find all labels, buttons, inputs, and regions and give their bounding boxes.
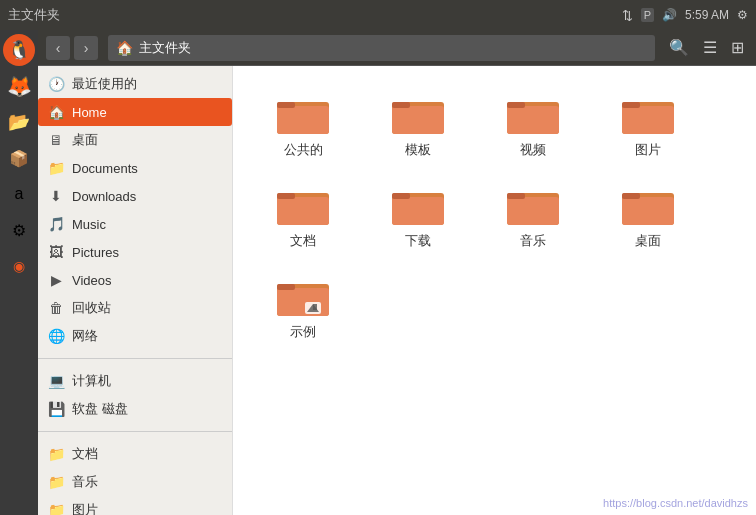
folder-label-shili: 示例: [290, 323, 316, 341]
folder-icon-wenjian: [277, 185, 329, 227]
forward-button[interactable]: ›: [74, 36, 98, 60]
svg-rect-5: [392, 102, 410, 108]
folder-wenjian[interactable]: 文档: [253, 177, 353, 258]
sidebar-item-floppy[interactable]: 💾 软盘 磁盘: [38, 395, 232, 423]
folder-icon-shipin: [507, 94, 559, 136]
svg-rect-25: [277, 288, 329, 316]
sidebar-label-network: 网络: [72, 327, 98, 345]
floppy-icon: 💾: [48, 401, 64, 417]
folder-tupian[interactable]: 图片: [598, 86, 698, 167]
back-button[interactable]: ‹: [46, 36, 70, 60]
sort-icon[interactable]: ⇅: [622, 8, 633, 23]
list-view-button[interactable]: ☰: [699, 36, 721, 59]
dock-settings[interactable]: ⚙: [3, 214, 35, 246]
sidebar-label-yinyue: 音乐: [72, 473, 98, 491]
sidebar-label-downloads: Downloads: [72, 189, 136, 204]
topbar-right: ⇅ P 🔊 5:59 AM ⚙: [622, 8, 748, 23]
folder-gongkaide[interactable]: 公共的: [253, 86, 353, 167]
sidebar-item-trash[interactable]: 🗑 回收站: [38, 294, 232, 322]
folder-label-xiazai: 下载: [405, 232, 431, 250]
svg-rect-19: [507, 197, 559, 225]
network-icon: 🌐: [48, 328, 64, 344]
folder-icon-2: 📁: [48, 474, 64, 490]
folder-icon-3: 📁: [48, 502, 64, 515]
folder-label-wenjian: 文档: [290, 232, 316, 250]
breadcrumb-text: 主文件夹: [139, 39, 191, 57]
svg-rect-16: [392, 197, 444, 225]
svg-rect-14: [277, 193, 295, 199]
sidebar-label-computer: 计算机: [72, 372, 111, 390]
folder-label-muban: 模板: [405, 141, 431, 159]
sidebar-label-home: Home: [72, 105, 107, 120]
dock-software[interactable]: 📦: [3, 142, 35, 174]
sidebar-label-documents: Documents: [72, 161, 138, 176]
svg-rect-20: [507, 193, 525, 199]
sidebar-item-music[interactable]: 🎵 Music: [38, 210, 232, 238]
svg-rect-1: [277, 106, 329, 134]
svg-rect-7: [507, 106, 559, 134]
folder-shili[interactable]: 示例: [253, 268, 353, 349]
dock-firefox[interactable]: 🦊: [3, 70, 35, 102]
svg-rect-10: [622, 106, 674, 134]
topbar-title: 主文件夹: [8, 6, 60, 24]
main-area: 🐧 🦊 📂 📦 a ⚙ ◉ ‹ › 🏠 主文件夹 🔍 ☰ ⊞: [0, 30, 756, 515]
svg-rect-2: [277, 102, 295, 108]
computer-icon: 💻: [48, 373, 64, 389]
folder-muban[interactable]: 模板: [368, 86, 468, 167]
sidebar-item-documents[interactable]: 📁 Documents: [38, 154, 232, 182]
sidebar-label-floppy: 软盘 磁盘: [72, 400, 128, 418]
sidebar-label-trash: 回收站: [72, 299, 111, 317]
topbar: 主文件夹 ⇅ P 🔊 5:59 AM ⚙: [0, 0, 756, 30]
folder-xiazai[interactable]: 下载: [368, 177, 468, 258]
svg-rect-11: [622, 102, 640, 108]
sidebar-item-pictures[interactable]: 🖼 Pictures: [38, 238, 232, 266]
folder-label-tupian: 图片: [635, 141, 661, 159]
dock-files[interactable]: 📂: [3, 106, 35, 138]
dock-unity[interactable]: ◉: [3, 250, 35, 282]
sidebar-item-wenjian[interactable]: 📁 文档: [38, 440, 232, 468]
sidebar-section-main: 🕐 最近使用的 🏠 Home 🖥 桌面 📁 Documents: [38, 66, 232, 354]
grid-view-button[interactable]: ⊞: [727, 36, 748, 59]
folder-label-gongkaide: 公共的: [284, 141, 323, 159]
svg-rect-29: [313, 304, 317, 310]
sidebar-item-network[interactable]: 🌐 网络: [38, 322, 232, 350]
sidebar-label-recent: 最近使用的: [72, 75, 137, 93]
sidebar-item-downloads[interactable]: ⬇ Downloads: [38, 182, 232, 210]
svg-rect-26: [277, 284, 295, 290]
videos-icon: ▶: [48, 272, 64, 288]
sidebar-divider-2: [38, 431, 232, 432]
sidebar-item-computer[interactable]: 💻 计算机: [38, 367, 232, 395]
sidebar-section-bookmarks: 📁 文档 📁 音乐 📁 图片 📁 视频: [38, 436, 232, 515]
settings-icon[interactable]: ⚙: [737, 8, 748, 22]
pictures-icon: 🖼: [48, 244, 64, 260]
sidebar-label-videos: Videos: [72, 273, 112, 288]
svg-rect-23: [622, 193, 640, 199]
dock-amazon[interactable]: a: [3, 178, 35, 210]
sidebar-item-home[interactable]: 🏠 Home: [38, 98, 232, 126]
sidebar-item-recent[interactable]: 🕐 最近使用的: [38, 70, 232, 98]
sidebar-label-pictures: Pictures: [72, 245, 119, 260]
folder-shipin[interactable]: 视频: [483, 86, 583, 167]
folder-label-yinyue: 音乐: [520, 232, 546, 250]
volume-icon[interactable]: 🔊: [662, 8, 677, 22]
sidebar-item-desktop[interactable]: 🖥 桌面: [38, 126, 232, 154]
sidebar-item-yinyue[interactable]: 📁 音乐: [38, 468, 232, 496]
sidebar-item-videos[interactable]: ▶ Videos: [38, 266, 232, 294]
search-button[interactable]: 🔍: [665, 36, 693, 59]
clock: 5:59 AM: [685, 8, 729, 22]
sidebar-label-wenjian: 文档: [72, 445, 98, 463]
home-icon: 🏠: [48, 104, 64, 120]
music-icon: 🎵: [48, 216, 64, 232]
folder-zhuomian[interactable]: 桌面: [598, 177, 698, 258]
desktop-icon: 🖥: [48, 132, 64, 148]
sidebar-item-tupian[interactable]: 📁 图片: [38, 496, 232, 515]
home-breadcrumb-icon: 🏠: [116, 40, 133, 56]
trash-icon: 🗑: [48, 300, 64, 316]
dock-ubuntu[interactable]: 🐧: [3, 34, 35, 66]
watermark: https://blog.csdn.net/davidhzs: [603, 497, 748, 509]
sidebar-label-desktop: 桌面: [72, 131, 98, 149]
folder-icon-shili: [277, 276, 329, 318]
folder-yinyue[interactable]: 音乐: [483, 177, 583, 258]
folder-label-shipin: 视频: [520, 141, 546, 159]
folder-icon-muban: [392, 94, 444, 136]
